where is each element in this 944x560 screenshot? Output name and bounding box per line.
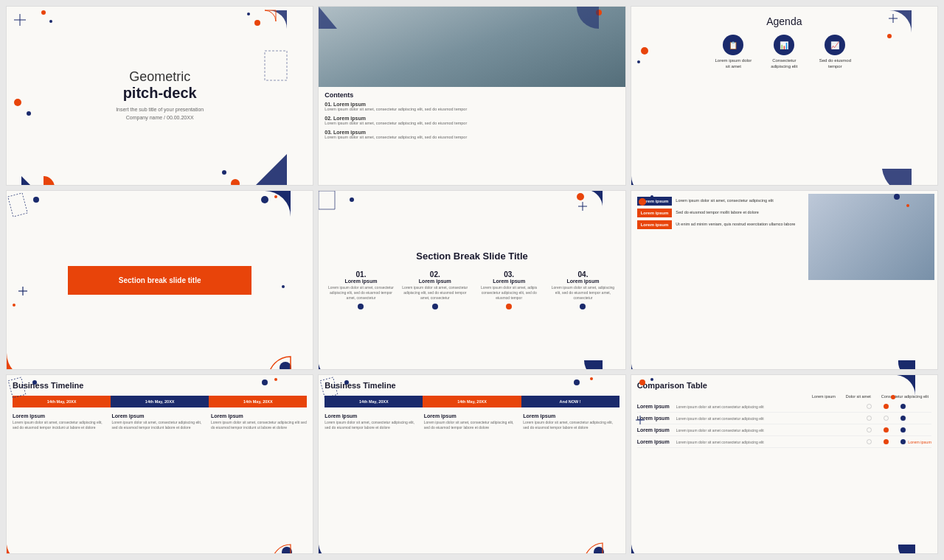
slide9-row1-dots: [867, 404, 906, 409]
slide3-icon-1: 📋 Lorem ipsum dolor sit amet: [713, 35, 754, 70]
slide7-col-1: Lorem ipsum Lorem ipsum dolor sit amet, …: [13, 413, 108, 430]
slide3-icon-3: 📈 Sed do eiusmod tempor: [815, 35, 856, 70]
slide-4-section-break: Section break slide title: [6, 190, 313, 370]
slide7-title: Business Timeline: [13, 381, 307, 390]
slide8-bar: 14th May, 20XX 14th May, 20XX And NOW !: [324, 396, 619, 407]
slide3-title: Agenda: [766, 15, 802, 27]
slide9-row4-dots: [867, 439, 906, 444]
slide3-icons-row: 📋 Lorem ipsum dolor sit amet 📊 Consectet…: [713, 35, 856, 70]
slide4-title: Section break slide title: [119, 276, 201, 284]
svg-point-28: [13, 304, 15, 307]
slide9-header-2: Dolor sit amet: [846, 394, 871, 399]
slide7-cols: Lorem ipsum Lorem ipsum dolor sit amet, …: [13, 413, 307, 430]
slide8-bar-2: 14th May, 20XX: [423, 396, 521, 407]
slide6-photo: [808, 194, 934, 280]
slide9-row-3: Lorem ipsum Lorem ipsum dolor sit amet c…: [637, 424, 931, 436]
svg-point-7: [222, 170, 226, 175]
dot-r4-c3: [900, 439, 906, 444]
slide8-col-3: Lorem ipsum Lorem ipsum dolor sit amet, …: [523, 413, 619, 430]
svg-point-6: [231, 179, 240, 185]
slide-8-business-timeline-2: Business Timeline 14th May, 20XX 14th Ma…: [318, 374, 625, 554]
slide2-section-title: Contents: [324, 91, 619, 99]
slide1-title-light: Geometric: [116, 70, 204, 85]
svg-point-2: [254, 20, 260, 26]
slide1-subtitle: Insert the sub title of your presentatio…: [116, 105, 204, 122]
slide3-icon-circle-3: 📈: [825, 35, 845, 55]
svg-point-3: [247, 13, 250, 15]
svg-point-25: [280, 362, 291, 369]
slide5-col3-dot: [506, 304, 512, 309]
slide2-item-3: 03. Lorem ipsum Lorem ipsum dolor sit am…: [324, 130, 619, 140]
svg-point-29: [282, 285, 285, 288]
slide7-bar-2: 14th May, 20XX: [111, 396, 209, 407]
slide-1-pitch-deck: Geometric pitch-deck Insert the sub titl…: [6, 6, 313, 186]
svg-point-31: [577, 193, 584, 200]
slide7-bar: 14th May, 20XX 14th May, 20XX 14th May, …: [13, 396, 307, 407]
slide7-col-2: Lorem ipsum Lorem ipsum dolor sit amet, …: [111, 413, 207, 430]
svg-point-22: [261, 196, 268, 203]
dot-r3-c3: [900, 427, 906, 433]
svg-point-8: [14, 99, 21, 106]
dot-r4-c1: [867, 439, 872, 444]
slide6-row-2: Lorem ipsum Sed do eiusmod tempor mollit…: [637, 209, 805, 217]
slide8-col-2: Lorem ipsum Lorem ipsum dolor sit amet, …: [424, 413, 520, 430]
slide9-row3-dots: [867, 427, 906, 433]
slide2-item-1: 01. Lorem ipsum Lorem ipsum dolor sit am…: [324, 102, 619, 112]
dot-r3-c1: [867, 427, 872, 433]
svg-point-47: [282, 547, 292, 553]
slide6-row1-text: Lorem ipsum dolor sit amet, consectetur …: [674, 197, 774, 206]
slide5-col1-dot: [358, 304, 364, 309]
slide4-orange-box: Section break slide title: [68, 266, 251, 295]
svg-point-23: [274, 195, 277, 198]
slide-2-contents: Contents 01. Lorem ipsum Lorem ipsum dol…: [318, 6, 625, 186]
slide-9-comparison-table: Comparison Table Lorem ipsum Dolor sit a…: [631, 374, 938, 554]
slide6-top: Lorem ipsum Lorem ipsum dolor sit amet, …: [634, 194, 934, 280]
slide6-row2-label: Lorem ipsum: [637, 209, 673, 217]
slide5-col2-dot: [432, 304, 438, 309]
dot-r1-c3: [900, 404, 906, 409]
svg-point-21: [33, 197, 39, 203]
svg-point-52: [590, 377, 593, 380]
slide-5-section-break-title: Section Break Slide Title 01. Lorem ipsu…: [318, 190, 625, 370]
slide9-row-1: Lorem ipsum Lorem ipsum dolor sit amet c…: [637, 401, 931, 413]
slide5-title: Section Break Slide Title: [416, 251, 527, 262]
slide6-row3-label: Lorem ipsum: [637, 220, 673, 229]
slide5-col4-dot: [580, 304, 586, 309]
slide9-row-2: Lorem ipsum Lorem ipsum dolor sit amet c…: [637, 413, 931, 424]
slide5-col-1: 01. Lorem ipsum Lorem ipsum dolor sit am…: [326, 270, 395, 309]
slide6-left-table: Lorem ipsum Lorem ipsum dolor sit amet, …: [634, 194, 808, 280]
svg-point-14: [641, 47, 648, 55]
slide8-bar-1: 14th May, 20XX: [324, 396, 423, 407]
svg-point-5: [49, 20, 52, 23]
slide3-icon-label-3: Sed do eiusmod tempor: [815, 58, 856, 70]
slide9-header-1: Lorem ipsum: [812, 394, 836, 399]
slide7-bar-1: 14th May, 20XX: [13, 396, 111, 407]
svg-rect-10: [265, 51, 287, 80]
dot-r2-c1: [867, 416, 872, 421]
slide-7-business-timeline: Business Timeline 14th May, 20XX 14th Ma…: [6, 374, 313, 554]
slide-3-agenda: Agenda 📋 Lorem ipsum dolor sit amet 📊 Co…: [631, 6, 938, 186]
dot-r1-c1: [867, 404, 872, 409]
slide9-header-3: Consectetur adipiscing elit: [881, 394, 929, 399]
dot-r4-c2: [884, 439, 889, 444]
slide3-icon-circle-2: 📊: [774, 35, 794, 55]
slide9-title: Comparison Table: [637, 381, 931, 390]
slide3-icon-2: 📊 Consectetur adipiscing elit: [764, 35, 805, 70]
svg-point-13: [887, 34, 892, 38]
slide6-row-1: Lorem ipsum Lorem ipsum dolor sit amet, …: [637, 197, 805, 206]
slide5-col-2: 02. Lorem ipsum Lorem ipsum dolor sit am…: [400, 270, 470, 309]
slide1-title-bold: pitch-deck: [116, 85, 204, 101]
dot-r1-c2: [884, 404, 889, 409]
slide2-content: Contents 01. Lorem ipsum Lorem ipsum dol…: [319, 87, 625, 185]
slide9-row-4: Lorem ipsum Lorem ipsum dolor sit amet c…: [637, 436, 931, 448]
slide2-photo: [319, 7, 625, 87]
slide9-row4-extra: Lorem ipsum: [906, 440, 931, 444]
dot-r3-c2: [884, 427, 889, 433]
slide8-cols: Lorem ipsum Lorem ipsum dolor sit amet, …: [324, 413, 619, 430]
slide3-icon-circle-1: 📋: [723, 35, 743, 55]
slide3-icon-label-1: Lorem ipsum dolor sit amet: [713, 58, 754, 70]
slide6-row2-text: Sed do eiusmod tempor mollit labore et d…: [674, 209, 760, 217]
slide6-row-3: Lorem ipsum Ut enim ad minim veniam, qui…: [637, 220, 805, 229]
slide8-col-1: Lorem ipsum Lorem ipsum dolor sit amet, …: [324, 413, 420, 430]
slide9-row2-dots: [867, 416, 906, 421]
